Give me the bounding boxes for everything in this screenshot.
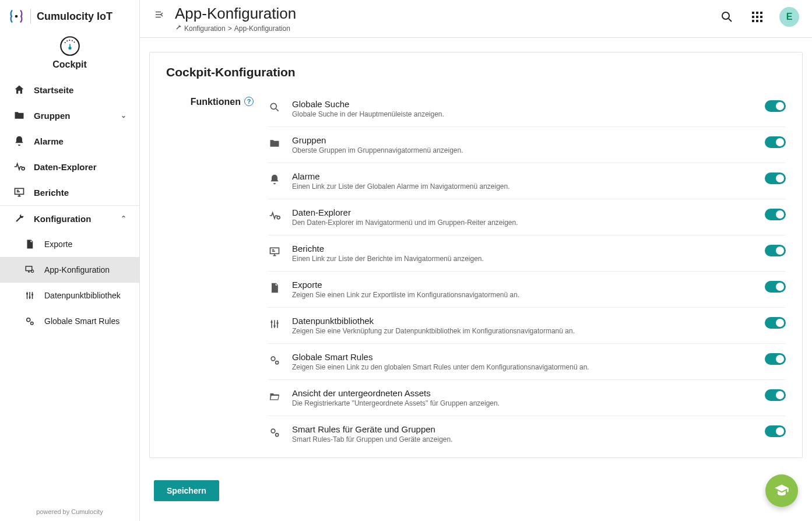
- feature-desc: Die Registrierkarte "Untergeordnete Asse…: [292, 399, 754, 407]
- svg-point-13: [722, 12, 729, 19]
- svg-rect-6: [26, 266, 32, 271]
- bell-icon: [13, 135, 26, 147]
- brand: Cumulocity IoT: [0, 0, 139, 30]
- home-icon: [13, 83, 26, 96]
- feature-row: Globale SucheGlobale Suche in der Hauptm…: [268, 91, 786, 127]
- svg-rect-14: [752, 12, 754, 14]
- breadcrumb: Konfiguration > App-Konfiguration: [175, 24, 709, 33]
- feature-title: Datenpunktbibliothek: [292, 316, 754, 326]
- sidebar-item-gruppen[interactable]: Gruppen ⌄: [0, 103, 139, 128]
- feature-title: Exporte: [292, 280, 754, 290]
- help-icon[interactable]: ?: [244, 97, 254, 106]
- sidebar-item-berichte[interactable]: Berichte: [0, 179, 139, 205]
- sidebar-item-label: Daten-Explorer: [34, 162, 97, 172]
- gears-icon: [268, 353, 282, 367]
- app-switcher-button[interactable]: [749, 9, 765, 25]
- svg-point-0: [15, 15, 18, 18]
- svg-rect-22: [760, 20, 762, 22]
- feature-toggle[interactable]: [765, 136, 786, 148]
- graduation-cap-icon: [774, 483, 790, 499]
- sidebar-item-konfiguration[interactable]: Konfiguration ⌃: [0, 205, 139, 231]
- breadcrumb-konfiguration[interactable]: Konfiguration: [184, 24, 226, 33]
- feature-toggle[interactable]: [765, 353, 786, 365]
- svg-point-11: [27, 318, 30, 322]
- feature-toggle[interactable]: [765, 100, 786, 112]
- feature-title: Smart Rules für Geräte und Gruppen: [292, 424, 754, 434]
- search-button[interactable]: [719, 9, 735, 25]
- bell-icon: [268, 173, 282, 186]
- feature-toggle[interactable]: [765, 281, 786, 293]
- sidebar-item-label: Exporte: [44, 240, 72, 249]
- feature-toggle[interactable]: [765, 317, 786, 329]
- board-icon: [13, 186, 26, 199]
- feature-title: Alarme: [292, 171, 754, 181]
- svg-point-23: [270, 103, 276, 109]
- feature-title: Globale Smart Rules: [292, 352, 754, 362]
- svg-rect-21: [756, 20, 758, 22]
- sidebar-item-label: Berichte: [34, 188, 69, 198]
- svg-point-12: [31, 322, 34, 325]
- user-avatar[interactable]: E: [779, 7, 799, 27]
- feature-row: ExporteZeigen Sie einen Link zur Exportl…: [268, 272, 786, 308]
- help-fab[interactable]: [765, 474, 798, 507]
- page-title: App-Konfiguration: [175, 5, 709, 23]
- search-icon: [720, 10, 734, 24]
- save-button[interactable]: Speichern: [154, 480, 219, 501]
- svg-point-29: [271, 357, 275, 361]
- feature-title: Daten-Explorer: [292, 207, 754, 217]
- svg-point-9: [29, 297, 31, 298]
- feature-row: Smart Rules für Geräte und GruppenSmart …: [268, 416, 786, 452]
- svg-rect-3: [69, 44, 71, 48]
- svg-rect-16: [760, 12, 762, 14]
- content: Cockpit-Konfiguration Funktionen ? Globa…: [140, 38, 812, 521]
- top-actions: E: [719, 7, 799, 27]
- apps-grid-icon: [750, 10, 764, 24]
- sidebar-item-startseite[interactable]: Startseite: [0, 77, 139, 103]
- gears-icon: [268, 425, 282, 439]
- feature-desc: Zeigen Sie einen Link zu den globalen Sm…: [292, 363, 754, 371]
- svg-point-31: [271, 429, 275, 433]
- sidebar-item-alarme[interactable]: Alarme: [0, 128, 139, 154]
- feature-row: Ansicht der untergeordneten AssetsDie Re…: [268, 380, 786, 416]
- sidebar-item-globale-smart-rules[interactable]: Globale Smart Rules: [0, 308, 139, 334]
- section-label: Funktionen ?: [166, 91, 254, 452]
- feature-toggle[interactable]: [765, 425, 786, 437]
- save-bar: Speichern: [149, 472, 803, 512]
- collapse-sidebar-button[interactable]: [153, 8, 166, 21]
- feature-desc: Einen Link zur Liste der Globalen Alarme…: [292, 182, 754, 191]
- feature-title: Berichte: [292, 244, 754, 254]
- brand-logo-icon: [8, 8, 24, 24]
- sidebar-item-label: App-Konfiguration: [44, 265, 110, 274]
- feature-toggle[interactable]: [765, 389, 786, 401]
- sidebar-item-exporte[interactable]: Exporte: [0, 231, 139, 257]
- file-icon: [23, 238, 36, 251]
- svg-rect-17: [752, 16, 754, 18]
- feature-row: Globale Smart RulesZeigen Sie einen Link…: [268, 344, 786, 380]
- board-icon: [268, 245, 282, 259]
- sidebar-item-app-konfiguration[interactable]: App-Konfiguration: [0, 257, 139, 283]
- nav: Startseite Gruppen ⌄ Alarme Daten-Explor…: [0, 77, 139, 502]
- feature-toggle[interactable]: [765, 209, 786, 220]
- file-icon: [268, 281, 282, 295]
- feature-desc: Zeigen Sie eine Verknüpfung zur Datenpun…: [292, 327, 754, 335]
- chevron-down-icon: ⌄: [121, 111, 126, 119]
- feature-toggle[interactable]: [765, 245, 786, 256]
- nav-sub-konfiguration: Exporte App-Konfiguration Datenpunktbibl…: [0, 231, 139, 334]
- chevron-up-icon: ⌃: [121, 214, 126, 223]
- feature-row: AlarmeEinen Link zur Liste der Globalen …: [268, 163, 786, 199]
- breadcrumb-current: App-Konfiguration: [234, 24, 290, 33]
- feature-row: Daten-ExplorerDen Daten-Explorer im Navi…: [268, 199, 786, 235]
- monitor-gear-icon: [23, 263, 36, 276]
- app-name: Cockpit: [52, 59, 87, 70]
- pulse-icon: [268, 209, 282, 223]
- sidebar-item-daten-explorer[interactable]: Daten-Explorer: [0, 154, 139, 179]
- feature-toggle[interactable]: [765, 173, 786, 184]
- main: App-Konfiguration Konfiguration > App-Ko…: [140, 0, 812, 521]
- config-card: Cockpit-Konfiguration Funktionen ? Globa…: [149, 52, 803, 458]
- svg-point-30: [276, 361, 279, 364]
- card-title: Cockpit-Konfiguration: [150, 52, 802, 79]
- sidebar-item-datenpunktbibliothek[interactable]: Datenpunktbibliothek: [0, 283, 139, 308]
- feature-row: GruppenOberste Gruppen im Gruppennavigat…: [268, 127, 786, 163]
- features-list: Globale SucheGlobale Suche in der Hauptm…: [268, 91, 786, 452]
- feature-desc: Einen Link zur Liste der Berichte im Nav…: [292, 255, 754, 263]
